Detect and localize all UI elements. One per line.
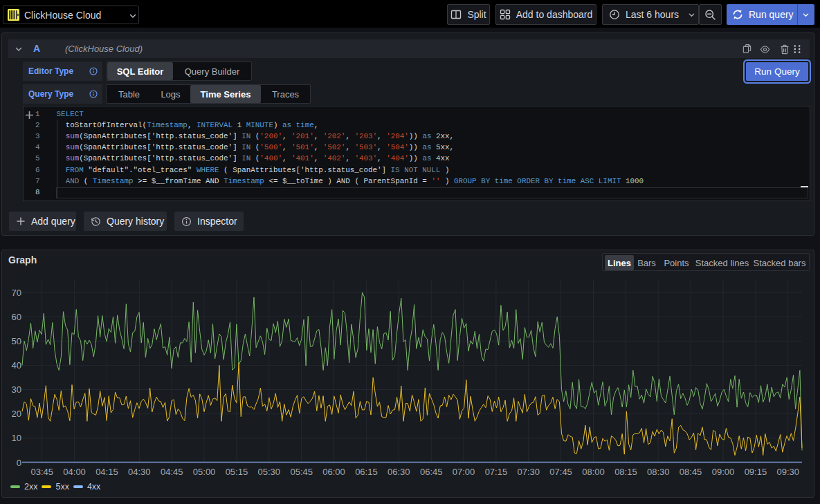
svg-text:07:30: 07:30 — [518, 467, 540, 477]
svg-text:04:45: 04:45 — [161, 467, 183, 477]
svg-text:06:00: 06:00 — [322, 467, 345, 477]
svg-text:08:00: 08:00 — [582, 467, 605, 477]
svg-text:09:30: 09:30 — [776, 467, 799, 477]
svg-text:60: 60 — [12, 312, 21, 322]
svg-text:06:15: 06:15 — [355, 467, 378, 477]
svg-text:06:30: 06:30 — [388, 467, 410, 477]
svg-text:50: 50 — [12, 336, 21, 346]
svg-text:09:15: 09:15 — [745, 467, 767, 477]
svg-text:07:00: 07:00 — [453, 467, 475, 477]
svg-text:07:45: 07:45 — [549, 467, 572, 477]
svg-text:05:45: 05:45 — [290, 467, 313, 477]
svg-text:40: 40 — [12, 360, 21, 371]
svg-text:08:15: 08:15 — [614, 467, 637, 477]
svg-text:04:15: 04:15 — [95, 467, 118, 477]
svg-text:70: 70 — [12, 288, 21, 298]
svg-text:30: 30 — [12, 384, 21, 395]
svg-text:06:45: 06:45 — [420, 467, 443, 477]
svg-text:0: 0 — [17, 458, 21, 468]
svg-text:04:30: 04:30 — [128, 467, 151, 477]
svg-text:10: 10 — [12, 433, 21, 443]
svg-text:05:15: 05:15 — [226, 467, 248, 477]
svg-text:09:00: 09:00 — [712, 467, 735, 477]
svg-text:03:45: 03:45 — [30, 467, 53, 477]
svg-text:08:30: 08:30 — [647, 467, 670, 477]
svg-text:07:15: 07:15 — [485, 467, 508, 477]
svg-text:08:45: 08:45 — [680, 467, 702, 477]
svg-text:04:00: 04:00 — [63, 467, 86, 477]
svg-text:05:30: 05:30 — [258, 467, 281, 477]
svg-text:20: 20 — [12, 409, 21, 419]
svg-text:05:00: 05:00 — [193, 467, 216, 477]
